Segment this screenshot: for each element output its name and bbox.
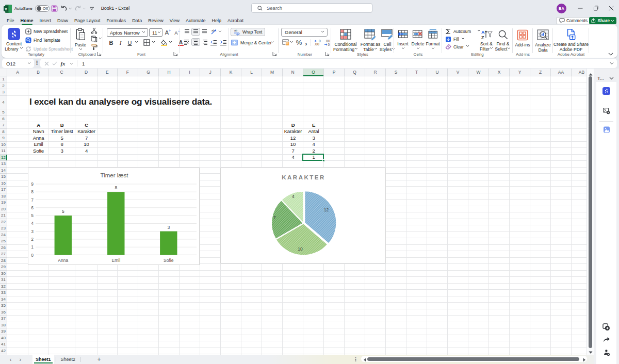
row-header-27[interactable]: 27: [0, 251, 7, 258]
font-size-combo[interactable]: 11: [149, 28, 162, 37]
wrap-text-button[interactable]: abWrap Text: [231, 28, 265, 36]
cell-B4[interactable]: I excel kan du analysere og visualisere …: [28, 95, 338, 109]
formula-input[interactable]: 1: [82, 61, 85, 67]
cell-O9[interactable]: 3: [303, 135, 324, 141]
cell-D7[interactable]: C: [75, 122, 97, 128]
cell-D8[interactable]: Karakter: [75, 128, 97, 135]
cell-D9[interactable]: 7: [75, 135, 97, 141]
row-header-20[interactable]: 20: [0, 206, 7, 213]
row-header-7[interactable]: 7: [0, 122, 7, 129]
undo-button[interactable]: [60, 4, 68, 12]
comma-style-button[interactable]: ,: [303, 39, 309, 46]
search-input[interactable]: Search: [251, 3, 372, 13]
column-header-R[interactable]: R: [365, 69, 386, 76]
insert-cells-button[interactable]: Insert: [396, 26, 410, 53]
formula-bar-expand-icon[interactable]: [610, 62, 614, 65]
cell-C9[interactable]: 5: [48, 135, 75, 141]
bold-button[interactable]: B: [107, 39, 116, 46]
format-cells-button[interactable]: Format: [426, 26, 440, 53]
cell-D11[interactable]: 4: [75, 147, 97, 154]
row-header-14[interactable]: 14: [0, 168, 7, 174]
ribbon-tab-view[interactable]: View: [167, 16, 183, 25]
row-header-12[interactable]: 12: [0, 155, 7, 161]
hscroll-resize-handle[interactable]: •••: [355, 357, 356, 361]
borders-button[interactable]: [142, 39, 151, 46]
row-header-1[interactable]: 1: [0, 76, 7, 83]
analyze-data-button[interactable]: AnalyzeData: [533, 26, 553, 53]
percent-style-button[interactable]: %: [295, 39, 303, 46]
save-button[interactable]: [51, 4, 59, 12]
ribbon-tab-help[interactable]: Help: [209, 16, 225, 25]
update-spreadsheet-button[interactable]: Update Spreadsheet: [25, 45, 73, 53]
horizontal-scrollbar-thumb[interactable]: [367, 357, 579, 361]
cell-C10[interactable]: 8: [48, 141, 75, 148]
column-header-H[interactable]: H: [159, 69, 180, 76]
align-right-button[interactable]: [200, 38, 209, 46]
cell-C7[interactable]: B: [48, 122, 75, 128]
row-header-5[interactable]: 5: [0, 109, 7, 116]
person-settings-icon[interactable]: [596, 349, 616, 356]
column-header-Z[interactable]: Z: [530, 69, 551, 76]
ribbon-tab-data[interactable]: Data: [129, 16, 145, 25]
insert-function-button[interactable]: fx: [59, 60, 67, 67]
increase-decimal-button[interactable]: .000: [313, 39, 321, 46]
row-header-2[interactable]: 2: [0, 83, 7, 90]
row-header-42[interactable]: 42: [0, 348, 7, 355]
column-header-C[interactable]: C: [48, 69, 75, 76]
row-header-15[interactable]: 15: [0, 174, 7, 180]
clear-button[interactable]: Clear: [445, 43, 481, 51]
cancel-button[interactable]: [42, 61, 51, 66]
ribbon-tab-file[interactable]: File: [4, 16, 18, 25]
column-header-V[interactable]: V: [448, 69, 468, 76]
redo-dropdown[interactable]: [82, 4, 87, 12]
cell-N9[interactable]: 12: [283, 135, 303, 141]
cell-N7[interactable]: D: [283, 122, 303, 128]
column-header-N[interactable]: N: [283, 69, 303, 76]
row-header-24[interactable]: 24: [0, 232, 7, 239]
row-header-10[interactable]: 10: [0, 142, 7, 148]
column-header-G[interactable]: G: [138, 69, 159, 76]
cell-B9[interactable]: Anna: [28, 135, 48, 141]
column-header-Q[interactable]: Q: [345, 69, 365, 76]
addins-button[interactable]: Add-ins: [514, 26, 531, 53]
cell-O10[interactable]: 4: [303, 141, 324, 148]
decrease-indent-button[interactable]: [209, 39, 218, 46]
create-share-adobe-pdf-button[interactable]: Create and ShareAdobe PDF: [553, 25, 589, 52]
row-header-23[interactable]: 23: [0, 225, 7, 232]
merge-center-dropdown-icon[interactable]: [270, 41, 274, 44]
column-header-J[interactable]: J: [200, 69, 221, 76]
row-header-28[interactable]: 28: [0, 258, 7, 264]
cell-C11[interactable]: 3: [48, 147, 75, 154]
ribbon-tab-acrobat[interactable]: Acrobat: [224, 16, 247, 25]
autosum-button[interactable]: AutoSum: [445, 27, 481, 35]
row-header-30[interactable]: 30: [0, 271, 7, 277]
vertical-scrollbar-thumb[interactable]: [589, 76, 592, 348]
column-header-M[interactable]: M: [262, 69, 283, 76]
row-header-33[interactable]: 33: [0, 290, 7, 296]
cell-B10[interactable]: Emil: [28, 141, 48, 148]
name-box[interactable]: O12: [2, 59, 34, 68]
merge-center-button[interactable]: Merge & Center: [231, 39, 272, 46]
underline-button[interactable]: U: [125, 39, 134, 46]
column-header-I[interactable]: I: [180, 69, 200, 76]
align-center-button[interactable]: [191, 38, 200, 46]
column-header-AA[interactable]: AA: [551, 69, 572, 76]
accounting-format-button[interactable]: [282, 39, 290, 46]
italic-button[interactable]: I: [116, 39, 125, 46]
align-left-button[interactable]: [183, 38, 191, 46]
row-header-37[interactable]: 37: [0, 316, 7, 322]
row-header-32[interactable]: 32: [0, 284, 7, 290]
column-header-U[interactable]: U: [427, 69, 448, 76]
cell-D10[interactable]: 10: [75, 141, 97, 148]
row-header-29[interactable]: 29: [0, 264, 7, 271]
ribbon-tab-formulas[interactable]: Formulas: [104, 16, 129, 25]
share-button[interactable]: Share: [589, 17, 616, 24]
row-header-22[interactable]: 22: [0, 219, 7, 226]
accounting-dropdown-icon[interactable]: [290, 41, 294, 44]
column-header-Y[interactable]: Y: [510, 69, 530, 76]
share-forward-icon[interactable]: [596, 337, 616, 343]
copy-button[interactable]: [90, 35, 99, 43]
excel-app-icon[interactable]: x: [4, 5, 12, 12]
bar-chart[interactable]: Timer læst01234567895Anna8Emil3Sofie: [28, 168, 200, 265]
column-header-B[interactable]: B: [28, 69, 48, 76]
